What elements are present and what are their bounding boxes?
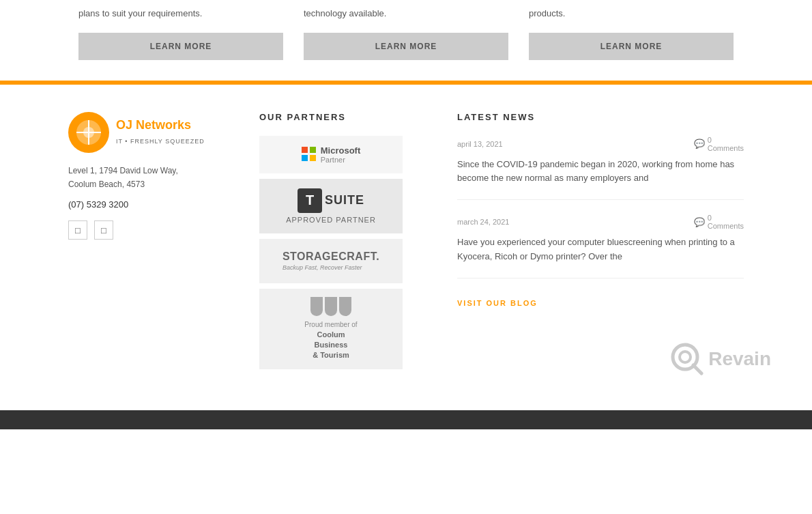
comment-icon-1: 💬 (694, 139, 705, 149)
comment-icon-2: 💬 (694, 217, 705, 227)
ms-grid-icon (302, 147, 317, 162)
news-date-1: april 13, 2021 (457, 140, 503, 148)
learn-more-btn-1[interactable]: LEARN MORE (78, 33, 283, 60)
microsoft-partner-logo: Microsoft Partner (302, 145, 361, 164)
svg-line-5 (693, 365, 701, 373)
tsuite-partner-box: T SUITE Approved Partner (259, 179, 403, 233)
coolum-wave-3 (339, 297, 351, 316)
news-comment-count-1: 0Comments (708, 136, 744, 152)
storagecraft-partner-box: STORAGECRAFT. Backup Fast, Recover Faste… (259, 239, 403, 283)
microsoft-partner-box: Microsoft Partner (259, 136, 403, 173)
tsuite-top: T SUITE (298, 188, 364, 213)
visit-blog-link[interactable]: VISIT OUR BLOG (457, 299, 538, 307)
news-date-2: march 24, 2021 (457, 218, 509, 226)
logo-text-block: OJ Networks IT • Freshly Squeezed (116, 118, 205, 146)
news-text-2: Have you experienced your computer blues… (457, 235, 744, 264)
news-comment-count-2: 0Comments (708, 214, 744, 230)
top-section: plans to suit your requirements. LEARN M… (0, 0, 812, 81)
footer-logo-col: OJ Networks IT • Freshly Squeezed Level … (68, 112, 218, 369)
top-card-3: products. LEARN MORE (529, 7, 734, 60)
learn-more-btn-3[interactable]: LEARN MORE (529, 33, 734, 60)
news-comments-2: 💬 0Comments (694, 214, 744, 230)
storagecraft-sub: Backup Fast, Recover Faster (282, 264, 362, 271)
ms-sq-red (302, 147, 308, 153)
social-icons: □ □ (68, 220, 218, 240)
partners-title: OUR PARTNERS (259, 112, 416, 122)
bottom-bar (0, 410, 812, 429)
ms-sq-green (310, 147, 316, 153)
coolum-logo: Proud member ofCoolumBusiness& Tourism (304, 297, 357, 361)
ms-partner-word: Partner (321, 156, 361, 164)
coolum-partner-box: Proud member ofCoolumBusiness& Tourism (259, 289, 403, 369)
news-item-1: april 13, 2021 💬 0Comments Since the COV… (457, 136, 744, 201)
logo-brand: OJ Networks (116, 118, 205, 133)
linkedin-icon[interactable]: □ (94, 220, 113, 240)
logo-icon (75, 119, 102, 146)
coolum-wave-2 (325, 297, 337, 316)
top-card-2: technology available. LEARN MORE (304, 7, 508, 60)
ms-text: Microsoft (321, 145, 361, 156)
news-comments-1: 💬 0Comments (694, 136, 744, 152)
logo-circle (68, 112, 109, 153)
svg-point-3 (83, 127, 94, 138)
tsuite-wordmark: SUITE (325, 193, 364, 208)
ms-sq-yellow (310, 155, 316, 161)
footer-address: Level 1, 1794 David Low Way, Coolum Beac… (68, 164, 218, 192)
ms-sq-blue (302, 155, 308, 161)
partner-logos: Microsoft Partner T SUITE Approved Partn… (259, 136, 416, 369)
top-card-2-text: technology available. (304, 7, 508, 20)
news-meta-2: march 24, 2021 💬 0Comments (457, 214, 744, 230)
footer-news-col: LATEST NEWS april 13, 2021 💬 0Comments S… (457, 112, 744, 369)
tsuite-t-icon: T (298, 188, 322, 213)
coolum-wave-1 (310, 297, 323, 316)
top-card-1-text: plans to suit your requirements. (78, 7, 283, 20)
ms-text-block: Microsoft Partner (321, 145, 361, 164)
facebook-icon[interactable]: □ (68, 220, 87, 240)
storagecraft-name: STORAGECRAFT. (282, 251, 379, 263)
news-item-2: march 24, 2021 💬 0Comments Have you expe… (457, 214, 744, 279)
coolum-waves-icon (310, 297, 351, 316)
news-meta-1: april 13, 2021 💬 0Comments (457, 136, 744, 152)
tsuite-approved-text: Approved Partner (286, 216, 376, 224)
footer-phone: (07) 5329 3200 (68, 199, 218, 210)
news-title: LATEST NEWS (457, 112, 744, 122)
tsuite-logo: T SUITE Approved Partner (286, 188, 376, 224)
logo-container: OJ Networks IT • Freshly Squeezed (68, 112, 218, 153)
revain-icon (670, 342, 704, 376)
news-text-1: Since the COVID-19 pandemic began in 202… (457, 158, 744, 186)
top-card-3-text: products. (529, 7, 734, 20)
revain-watermark: Revain (670, 342, 771, 376)
revain-text: Revain (708, 348, 771, 370)
learn-more-btn-2[interactable]: LEARN MORE (304, 33, 508, 60)
coolum-text: Proud member ofCoolumBusiness& Tourism (304, 320, 357, 361)
footer-wrapper: OJ Networks IT • Freshly Squeezed Level … (0, 85, 812, 397)
footer-partners-col: OUR PARTNERS Microsoft Partner (259, 112, 416, 369)
logo-sub: IT • Freshly Squeezed (116, 138, 205, 145)
top-card-1: plans to suit your requirements. LEARN M… (78, 7, 283, 60)
storagecraft-logo: STORAGECRAFT. Backup Fast, Recover Faste… (282, 251, 379, 271)
svg-point-6 (680, 352, 691, 362)
